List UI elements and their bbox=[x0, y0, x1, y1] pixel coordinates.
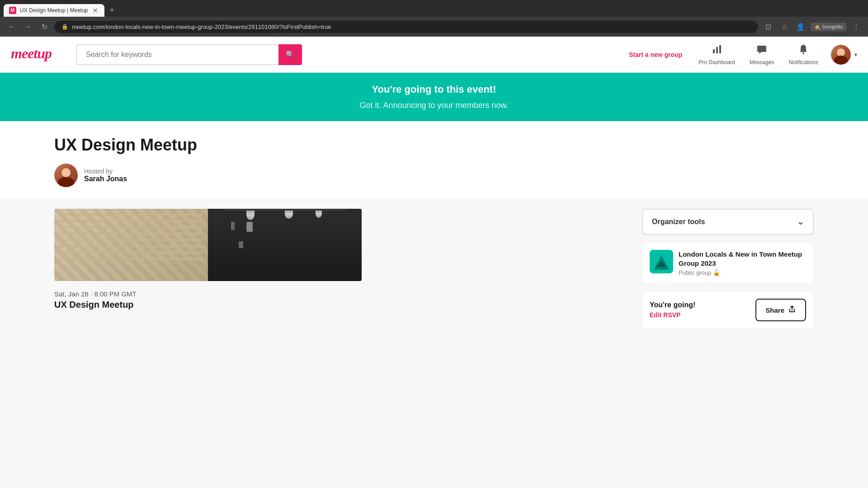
tab-title: UX Design Meetup | Meetup bbox=[20, 7, 88, 14]
pro-dashboard-icon bbox=[712, 44, 722, 57]
incognito-label: Incognito bbox=[822, 24, 843, 29]
pro-dashboard-nav-item[interactable]: Pro Dashboard bbox=[693, 40, 741, 69]
shelf-item bbox=[239, 241, 243, 248]
event-image-container bbox=[54, 209, 362, 281]
url-text: meetup.com/london-locals-new-in-town-mee… bbox=[72, 23, 751, 30]
organizer-tools-label: Organizer tools bbox=[652, 218, 705, 226]
user-menu-caret[interactable]: ▾ bbox=[854, 52, 857, 58]
blind-slat bbox=[59, 213, 203, 216]
group-info: London Locals & New in Town Meetup Group… bbox=[679, 250, 806, 276]
host-info: Hosted by Sarah Jonas bbox=[54, 164, 814, 187]
event-body-section: Sat, Jan 28 · 8:00 PM GMT UX Design Meet… bbox=[0, 198, 868, 347]
search-input[interactable] bbox=[76, 44, 302, 65]
browser-nav-bar: ← → ↻ 🔒 meetup.com/london-locals-new-in-… bbox=[0, 17, 868, 37]
blind-slat bbox=[59, 239, 203, 241]
blind-slat bbox=[59, 226, 203, 229]
nav-refresh-button[interactable]: ↻ bbox=[38, 20, 51, 33]
start-group-link[interactable]: Start a new group bbox=[622, 51, 689, 58]
user-avatar[interactable] bbox=[831, 45, 851, 65]
profile-icon[interactable]: 👤 bbox=[794, 20, 807, 33]
hosted-by-label: Hosted by bbox=[84, 168, 127, 175]
host-text: Hosted by Sarah Jonas bbox=[84, 168, 127, 183]
blind-slat bbox=[59, 220, 203, 222]
notifications-nav-item[interactable]: Notifications bbox=[783, 40, 824, 69]
event-sidebar: Organizer tools ⌄ London Locals & New in… bbox=[642, 209, 814, 329]
user-avatar-image bbox=[831, 45, 851, 65]
window-blinds bbox=[54, 209, 208, 281]
organizer-tools-chevron-icon: ⌄ bbox=[797, 217, 804, 227]
share-icon bbox=[788, 305, 796, 315]
share-label: Share bbox=[765, 306, 784, 314]
svg-rect-4 bbox=[757, 46, 766, 52]
event-image-right bbox=[208, 209, 362, 281]
event-body: Sat, Jan 28 · 8:00 PM GMT UX Design Meet… bbox=[54, 209, 814, 329]
pro-dashboard-label: Pro Dashboard bbox=[698, 59, 735, 66]
browser-tab-bar: M UX Design Meetup | Meetup ✕ + bbox=[0, 0, 868, 17]
shelf-item bbox=[246, 222, 253, 232]
browser-chrome: M UX Design Meetup | Meetup ✕ + ← → ↻ 🔒 … bbox=[0, 0, 868, 37]
incognito-icon: 🕵 bbox=[814, 24, 821, 30]
shelf-decor bbox=[208, 209, 362, 281]
group-type-label: Public group bbox=[679, 269, 711, 276]
browser-nav-right: ⊡ ☆ 👤 🕵 Incognito ⋮ bbox=[762, 20, 863, 33]
event-title-section: UX Design Meetup Hosted by Sarah Jonas bbox=[54, 136, 814, 198]
rsvp-bar: You're going! Edit RSVP Share bbox=[642, 291, 814, 329]
svg-text:meetup: meetup bbox=[11, 45, 52, 61]
incognito-badge: 🕵 Incognito bbox=[811, 23, 846, 31]
header-nav: Start a new group Pro Dashboard bbox=[622, 40, 857, 69]
edit-rsvp-link[interactable]: Edit RSVP bbox=[650, 311, 680, 319]
browser-tab-active[interactable]: M UX Design Meetup | Meetup ✕ bbox=[4, 4, 104, 17]
tab-favicon: M bbox=[9, 7, 16, 14]
svg-rect-3 bbox=[719, 45, 721, 53]
blind-slat bbox=[59, 232, 203, 235]
event-date-title: Sat, Jan 28 · 8:00 PM GMT UX Design Meet… bbox=[54, 290, 627, 310]
meetup-logo-svg: meetup bbox=[11, 44, 65, 62]
group-card[interactable]: London Locals & New in Town Meetup Group… bbox=[642, 242, 814, 284]
rsvp-status-text: You're going! bbox=[650, 301, 755, 309]
host-name: Sarah Jonas bbox=[84, 175, 127, 183]
event-name: UX Design Meetup bbox=[54, 300, 627, 310]
svg-point-5 bbox=[802, 52, 804, 54]
host-avatar[interactable] bbox=[54, 164, 78, 187]
banner-primary-text: You're going to this event! bbox=[372, 84, 496, 95]
notifications-label: Notifications bbox=[789, 59, 818, 66]
blind-slat bbox=[59, 258, 203, 260]
new-tab-button[interactable]: + bbox=[106, 4, 118, 17]
event-banner: You're going to this event! Got it. Anno… bbox=[0, 73, 868, 121]
site-header: meetup 🔍 Start a new group Pro bbox=[0, 37, 868, 73]
cast-icon[interactable]: ⊡ bbox=[762, 20, 774, 33]
lock-icon: 🔒 bbox=[61, 23, 68, 30]
event-title: UX Design Meetup bbox=[54, 136, 814, 155]
group-name: London Locals & New in Town Meetup Group… bbox=[679, 250, 806, 267]
blind-slat bbox=[59, 251, 203, 254]
search-icon: 🔍 bbox=[286, 51, 295, 58]
rsvp-status: You're going! Edit RSVP bbox=[650, 301, 755, 319]
messages-icon bbox=[756, 44, 767, 57]
shelf-item bbox=[231, 222, 235, 230]
group-type: Public group 🔓 bbox=[679, 269, 806, 276]
lock-icon-small: 🔓 bbox=[713, 269, 720, 276]
nav-back-button[interactable]: ← bbox=[5, 20, 18, 33]
svg-rect-1 bbox=[713, 49, 715, 53]
tab-close-icon[interactable]: ✕ bbox=[92, 7, 99, 14]
messages-label: Messages bbox=[750, 59, 774, 66]
event-header-section: UX Design Meetup Hosted by Sarah Jonas bbox=[0, 121, 868, 198]
banner-secondary-text: Got it. Announcing to your members now. bbox=[359, 101, 508, 110]
shelf-3 bbox=[223, 209, 346, 211]
search-container: 🔍 bbox=[76, 44, 302, 65]
messages-nav-item[interactable]: Messages bbox=[744, 40, 780, 69]
share-button[interactable]: Share bbox=[755, 299, 806, 321]
menu-icon[interactable]: ⋮ bbox=[850, 20, 863, 33]
event-date: Sat, Jan 28 · 8:00 PM GMT bbox=[54, 290, 627, 298]
bookmark-icon[interactable]: ☆ bbox=[778, 20, 791, 33]
search-button[interactable]: 🔍 bbox=[278, 44, 302, 65]
event-image-left bbox=[54, 209, 208, 281]
meetup-logo[interactable]: meetup bbox=[11, 44, 65, 66]
nav-forward-button[interactable]: → bbox=[22, 20, 34, 33]
logo-container[interactable]: meetup bbox=[11, 44, 65, 66]
address-bar[interactable]: 🔒 meetup.com/london-locals-new-in-town-m… bbox=[54, 21, 758, 33]
svg-rect-2 bbox=[716, 47, 718, 53]
organizer-tools-button[interactable]: Organizer tools ⌄ bbox=[642, 209, 814, 235]
event-main: Sat, Jan 28 · 8:00 PM GMT UX Design Meet… bbox=[54, 209, 627, 329]
group-logo bbox=[650, 250, 673, 273]
